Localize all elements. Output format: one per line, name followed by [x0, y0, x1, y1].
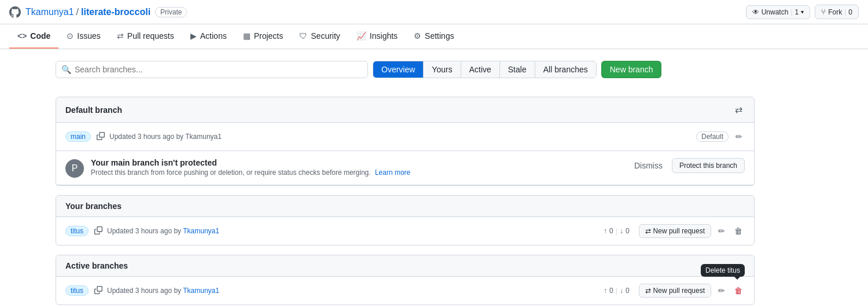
protection-content: Your main branch isn't protected Protect… — [91, 158, 623, 177]
default-branch-title: Default branch — [65, 105, 122, 115]
your-branch-meta-0: Updated 3 hours ago by Tkamunya1 — [107, 227, 219, 235]
default-branch-section: Default branch ⇄ main Updated 3 hours ag… — [56, 97, 755, 186]
protection-actions: Dismiss Protect this branch — [630, 158, 745, 173]
behind-count: 0 — [626, 227, 630, 235]
pr-button-label-active-0: New pull request — [653, 287, 705, 295]
active-ahead-icon: ↑ — [604, 287, 607, 295]
your-branches-title: Your branches — [65, 201, 122, 211]
search-icon: 🔍 — [61, 65, 71, 74]
branches-toolbar: 🔍 Overview Yours Active Stale All branch… — [9, 61, 801, 78]
new-pr-button-active-0[interactable]: ⇄ New pull request — [639, 284, 711, 298]
projects-icon: ▦ — [243, 31, 251, 41]
security-icon: 🛡 — [299, 31, 307, 41]
private-badge: Private — [155, 7, 187, 17]
fork-button[interactable]: ⑂ Fork | 0 — [815, 5, 859, 19]
ahead-count: 0 — [609, 227, 613, 235]
active-branch-tag-0[interactable]: titus — [65, 285, 89, 296]
pr-icon: ⇄ — [117, 31, 124, 41]
delete-tooltip: Delete titus — [701, 264, 745, 277]
fork-icon: ⑂ — [821, 8, 826, 16]
protection-desc-text: Protect this branch from force pushing o… — [91, 168, 371, 177]
active-ahead-count: 0 — [609, 287, 613, 295]
copy-your-branch-name-button[interactable] — [93, 225, 104, 237]
commit-counts-0: ↑ 0 | ↓ 0 — [604, 227, 630, 235]
protect-branch-button[interactable]: Protect this branch — [672, 158, 745, 173]
repo-name: Tkamunya1 / literate-broccoli — [25, 7, 150, 17]
pr-icon-small-2: ⇄ — [645, 287, 651, 295]
search-wrapper: 🔍 — [56, 61, 368, 78]
default-branch-right: Default ✏ — [696, 130, 745, 144]
default-branch-meta: Updated 3 hours ago by Tkamunya1 — [109, 133, 222, 141]
nav-item-pull-requests[interactable]: ⇄ Pull requests — [109, 24, 182, 49]
unwatch-label: Unwatch — [762, 8, 789, 16]
active-branch-row-0: titus Updated 3 hours ago by Tkamunya1 ↑… — [56, 277, 754, 305]
nav-item-security[interactable]: 🛡 Security — [291, 24, 348, 49]
code-icon: <> — [17, 31, 27, 41]
active-branches-section: Active branches titus Updated 3 hours ag… — [56, 255, 755, 305]
copy-icon-2 — [94, 226, 102, 234]
filter-overview[interactable]: Overview — [373, 61, 424, 78]
new-pr-button-0[interactable]: ⇄ New pull request — [639, 224, 711, 238]
your-branch-right-0: ↑ 0 | ↓ 0 ⇄ New pull request ✏ 🗑 — [604, 224, 745, 238]
nav-item-projects[interactable]: ▦ Projects — [235, 24, 292, 49]
settings-icon: ⚙ — [414, 31, 421, 41]
nav-label-settings: Settings — [425, 31, 454, 41]
top-nav-right: 👁 Unwatch | 1 ▾ ⑂ Fork | 0 — [746, 5, 859, 19]
search-input[interactable] — [56, 61, 368, 78]
nav-item-insights[interactable]: 📈 Insights — [348, 24, 406, 49]
main-content: 🔍 Overview Yours Active Stale All branch… — [0, 49, 810, 308]
edit-active-branch-button-0[interactable]: ✏ — [716, 284, 727, 298]
switch-branch-icon-button[interactable]: ⇄ — [733, 103, 745, 116]
filter-group: Overview Yours Active Stale All branches — [373, 61, 597, 78]
your-branches-section: Your branches titus Updated 3 hours ago … — [56, 195, 755, 245]
default-badge: Default — [696, 131, 729, 142]
edit-default-branch-button[interactable]: ✏ — [733, 130, 745, 144]
nav-item-code[interactable]: <> Code — [9, 24, 58, 49]
nav-label-actions: Actions — [200, 31, 227, 41]
edit-your-branch-button-0[interactable]: ✏ — [716, 224, 727, 238]
nav-item-settings[interactable]: ⚙ Settings — [406, 24, 462, 49]
eye-icon: 👁 — [752, 8, 759, 16]
filter-active[interactable]: Active — [461, 61, 500, 78]
copy-icon — [97, 132, 105, 140]
filter-yours[interactable]: Yours — [424, 61, 461, 78]
copy-active-branch-button[interactable] — [93, 285, 104, 297]
protection-desc: Protect this branch from force pushing o… — [91, 168, 623, 177]
your-branch-tag-0[interactable]: titus — [65, 226, 89, 236]
nav-item-actions[interactable]: ▶ Actions — [182, 24, 235, 49]
commit-sep: | — [616, 227, 617, 235]
protection-title: Your main branch isn't protected — [91, 158, 623, 167]
unwatch-button[interactable]: 👁 Unwatch | 1 ▾ — [746, 5, 811, 19]
top-nav-left: Tkamunya1 / literate-broccoli Private — [9, 6, 187, 18]
nav-label-issues: Issues — [77, 31, 100, 41]
dismiss-button[interactable]: Dismiss — [630, 159, 667, 173]
issues-icon: ⊙ — [67, 31, 73, 41]
copy-icon-3 — [94, 286, 102, 294]
nav-label-code: Code — [30, 31, 50, 41]
top-nav: Tkamunya1 / literate-broccoli Private 👁 … — [0, 0, 868, 24]
fork-label: Fork — [828, 8, 842, 16]
delete-active-branch-button-0[interactable]: 🗑 — [732, 284, 745, 298]
github-icon — [9, 6, 21, 18]
active-behind-icon: ↓ — [620, 287, 623, 295]
active-branch-right-0: ↑ 0 | ↓ 0 ⇄ New pull request ✏ 🗑 Delete … — [604, 284, 745, 298]
default-branch-header: Default branch ⇄ — [56, 97, 754, 123]
unwatch-count: 1 — [795, 8, 799, 16]
new-branch-button[interactable]: New branch — [601, 61, 662, 78]
repo-owner-link[interactable]: Tkamunya1 — [25, 7, 74, 17]
filter-all[interactable]: All branches — [535, 61, 596, 78]
filter-stale[interactable]: Stale — [500, 61, 535, 78]
behind-icon: ↓ — [620, 227, 623, 235]
nav-item-issues[interactable]: ⊙ Issues — [58, 24, 108, 49]
repo-name-link[interactable]: literate-broccoli — [81, 7, 150, 17]
nav-label-projects: Projects — [254, 31, 284, 41]
learn-more-link[interactable]: Learn more — [375, 168, 410, 177]
main-branch-tag[interactable]: main — [65, 131, 91, 142]
active-behind-count: 0 — [626, 287, 630, 295]
copy-branch-name-button[interactable] — [95, 131, 106, 143]
delete-your-branch-button-0[interactable]: 🗑 — [732, 224, 745, 238]
author-link[interactable]: Tkamunya1 — [183, 227, 219, 235]
active-author-link[interactable]: Tkamunya1 — [183, 287, 219, 295]
protection-icon: P — [65, 159, 84, 178]
nav-label-pr: Pull requests — [127, 31, 174, 41]
